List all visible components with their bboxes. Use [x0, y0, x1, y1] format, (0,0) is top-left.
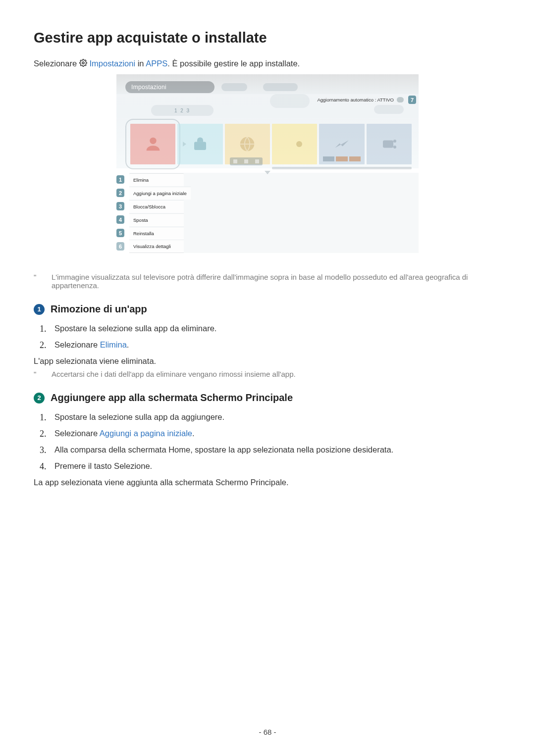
- menu-item-blocca: Blocca/Sblocca: [129, 200, 184, 213]
- svg-point-1: [150, 138, 156, 144]
- menu-item-elimina: Elimina: [129, 173, 184, 186]
- faded-pill: [221, 83, 247, 91]
- section2-result: La app selezionata viene aggiunta alla s…: [34, 478, 501, 487]
- svg-point-0: [82, 62, 84, 64]
- step: Premere il tasto Selezione.: [40, 461, 501, 471]
- control-bar: [230, 157, 263, 165]
- step: Selezionare Aggiungi a pagina iniziale.: [40, 429, 501, 438]
- header-pill: Impostazioni: [125, 81, 214, 93]
- link-elimina: Elimina: [100, 340, 127, 349]
- app-tile: [367, 124, 412, 164]
- note-text: Accertarsi che i dati dell'app da elimin…: [52, 370, 296, 378]
- search-bubble: [270, 94, 310, 108]
- menu-row: 6 Visualizza dettagli: [116, 240, 419, 253]
- link-impostazioni: Impostazioni: [89, 59, 135, 68]
- svg-point-4: [296, 141, 302, 147]
- step: Selezionare Elimina.: [40, 340, 501, 350]
- menu-item-aggiungi: Aggiungi a pagina iniziale: [129, 187, 191, 200]
- header-pill-label: Impostazioni: [131, 84, 166, 91]
- svg-rect-5: [383, 141, 393, 148]
- intro-prefix: Selezionare: [34, 59, 79, 68]
- mock-top-area: Impostazioni Aggiornamento automatico : …: [116, 74, 419, 168]
- note-mark: ": [34, 370, 37, 378]
- menu-item-reinstalla: Reinstalla: [129, 227, 184, 240]
- svg-rect-2: [194, 142, 206, 151]
- menu-row: 2 Aggiungi a pagina iniziale: [116, 186, 419, 200]
- scroll-indicator: [272, 167, 412, 169]
- callout-7: 7: [408, 96, 416, 104]
- link-aggiungi: Aggiungi a pagina iniziale: [100, 429, 192, 438]
- menu-row: 3 Blocca/Sblocca: [116, 200, 419, 213]
- gear-icon: [79, 59, 90, 69]
- intro-text: Selezionare Impostazioni in APPS. È poss…: [34, 59, 501, 69]
- step: Alla comparsa della schermata Home, spos…: [40, 445, 501, 454]
- svg-point-7: [393, 146, 396, 149]
- step-text: Spostare la selezione sulla app da elimi…: [54, 324, 216, 333]
- section1-steps: Spostare la selezione sulla app da elimi…: [40, 324, 501, 350]
- app-tile: [177, 124, 222, 164]
- page-number: - 68 -: [0, 728, 535, 736]
- callout-1: 1: [116, 175, 124, 184]
- section2-badge: 2: [34, 393, 45, 403]
- menu-item-sposta: Sposta: [129, 213, 184, 226]
- app-tile: [130, 124, 175, 164]
- faded-pill: [263, 83, 298, 91]
- note: " L'immagine visualizzata sul televisore…: [34, 273, 501, 290]
- section2-title: Aggiungere app alla schermata Schermo Pr…: [51, 392, 293, 403]
- context-menu: 1 Elimina 2 Aggiungi a pagina iniziale 3…: [116, 173, 419, 253]
- step-text: Premere il tasto Selezione.: [54, 461, 152, 470]
- app-tiles: [130, 124, 412, 164]
- callout-6: 6: [116, 242, 124, 251]
- callout-3: 3: [116, 202, 124, 210]
- step-text: Alla comparsa della schermata Home, spos…: [54, 445, 393, 454]
- svg-point-6: [393, 140, 396, 143]
- step-text: Spostare la selezione sulla app da aggiu…: [54, 412, 224, 421]
- section1-result: L'app selezionata viene eliminata.: [34, 356, 501, 366]
- callout-2: 2: [116, 189, 124, 197]
- step-text: .: [192, 429, 195, 438]
- section1-title: Rimozione di un'app: [51, 303, 147, 315]
- app-tile: [225, 124, 270, 164]
- number-pill: 1 2 3: [151, 105, 214, 116]
- step-text: .: [127, 340, 129, 349]
- section2-steps: Spostare la selezione sulla app da aggiu…: [40, 412, 501, 471]
- menu-row: 5 Reinstalla: [116, 226, 419, 240]
- note-text: L'immagine visualizzata sul televisore p…: [52, 273, 501, 290]
- faded-pill: [374, 105, 404, 114]
- screenshot-mock: Impostazioni Aggiornamento automatico : …: [116, 74, 419, 253]
- note: " Accertarsi che i dati dell'app da elim…: [34, 370, 501, 378]
- step-text: Selezionare: [54, 429, 100, 438]
- menu-item-dettagli: Visualizza dettagli: [129, 240, 184, 253]
- app-tile: [272, 124, 317, 164]
- callout-5: 5: [116, 229, 124, 237]
- section2-header: 2 Aggiungere app alla schermata Schermo …: [34, 392, 501, 403]
- intro-suffix: . È possibile gestire le app installate.: [167, 59, 300, 68]
- auto-update-label: Aggiornamento automatico : ATTIVO: [317, 97, 394, 102]
- note-mark: ": [34, 273, 37, 290]
- app-tile: [319, 124, 364, 164]
- step: Spostare la selezione sulla app da aggiu…: [40, 412, 501, 422]
- intro-mid: in: [138, 59, 146, 68]
- step-text: Selezionare: [54, 340, 100, 349]
- callout-4: 4: [116, 215, 124, 224]
- auto-update-toggle: [397, 97, 404, 102]
- menu-row: 1 Elimina: [116, 173, 419, 186]
- link-apps: APPS: [146, 59, 167, 68]
- section1-badge: 1: [34, 304, 45, 315]
- section1-header: 1 Rimozione di un'app: [34, 303, 501, 315]
- step: Spostare la selezione sulla app da elimi…: [40, 324, 501, 333]
- page-title: Gestire app acquistate o installate: [34, 30, 501, 46]
- menu-row: 4 Sposta: [116, 213, 419, 226]
